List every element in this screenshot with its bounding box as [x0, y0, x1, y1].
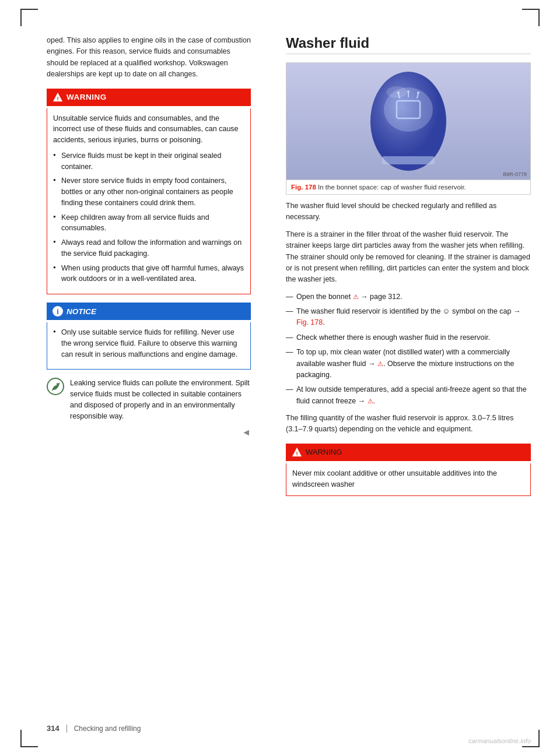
- figure-caption: Fig. 178 In the bonnet space: cap of was…: [286, 180, 530, 194]
- warning-content-1: Unsuitable service fluids and consumable…: [47, 108, 251, 295]
- watermark: carmanualsonline.info: [468, 737, 531, 744]
- warning-label-1: WARNING: [66, 93, 107, 101]
- notice-label: NOTICE: [66, 307, 96, 316]
- page-footer: 314 Checking and refilling: [47, 724, 141, 733]
- warning-body-2: Never mix coolant additive or other unsu…: [292, 468, 524, 490]
- notice-icon: i: [52, 306, 63, 317]
- warning-sym-0: ⚠: [353, 292, 359, 302]
- footer-separator: [66, 725, 67, 733]
- body-para1: The washer fluid level should be checked…: [286, 201, 531, 223]
- warning-triangle-icon: !: [52, 92, 63, 103]
- notice-item-0: Only use suitable service fluids for ref…: [53, 327, 244, 360]
- intro-text: oped. This also applies to engine oils i…: [47, 35, 251, 80]
- left-column: oped. This also applies to engine oils i…: [47, 35, 262, 496]
- svg-point-12: [386, 86, 407, 98]
- svg-text:!: !: [57, 95, 58, 101]
- warning-label-2: WARNING: [306, 448, 342, 456]
- svg-point-9: [407, 90, 410, 93]
- reservoir-cap-svg: [365, 66, 452, 177]
- warning-item-1-3: Always read and follow the information a…: [53, 237, 244, 259]
- warning-sym-4: ⚠: [368, 396, 373, 406]
- figure-caption-body: In the bonnet space: cap of washer fluid…: [318, 184, 466, 191]
- body-para2: There is a strainer in the filler throat…: [286, 229, 531, 286]
- eco-note: Leaking service fluids can pollute the e…: [47, 378, 251, 421]
- dash-item-3: To top up, mix clean water (not distille…: [286, 347, 531, 381]
- section-title: Washer fluid: [286, 35, 531, 54]
- dash-list: Open the bonnet ⚠ → page 312. The washer…: [286, 291, 531, 407]
- fig-link-1: Fig. 178: [296, 318, 323, 326]
- warning-content-2: Never mix coolant additive or other unsu…: [286, 463, 531, 497]
- figure-label-code: B6R-0778: [503, 171, 527, 177]
- eco-icon: [47, 378, 64, 395]
- dash-item-0: Open the bonnet ⚠ → page 312.: [286, 291, 531, 303]
- eco-note-text: Leaking service fluids can pollute the e…: [70, 378, 251, 421]
- svg-rect-11: [382, 156, 435, 164]
- svg-point-10: [417, 92, 419, 94]
- leaf-icon: [50, 381, 61, 392]
- warning-item-1-0: Service fluids must be kept in their ori…: [53, 150, 244, 173]
- right-column: Washer fluid: [280, 35, 531, 496]
- page-number: 314: [47, 724, 60, 733]
- figure-box: B6R-0778 Fig. 178 In the bonnet space: c…: [286, 62, 531, 195]
- warning-sym-3: ⚠: [377, 359, 383, 369]
- figure-caption-text: Fig. 178 In the bonnet space: cap of was…: [291, 184, 466, 191]
- dash-item-2: Check whether there is enough washer flu…: [286, 332, 531, 343]
- warning-list-1: Service fluids must be kept in their ori…: [53, 150, 244, 284]
- body-para3: The filling quantity of the washer fluid…: [286, 413, 531, 435]
- notice-box: i NOTICE: [47, 303, 251, 320]
- corner-mark-bl: [20, 730, 38, 747]
- warning-body-1: Unsuitable service fluids and consumable…: [53, 113, 244, 146]
- warning-triangle-icon-2: !: [292, 447, 302, 458]
- figure-image: B6R-0778: [286, 63, 530, 180]
- page-arrow: ◄: [47, 427, 251, 438]
- warning-box-2: ! WARNING: [286, 444, 531, 461]
- notice-list: Only use suitable service fluids for ref…: [53, 327, 244, 360]
- dash-item-1: The washer fluid reservoir is identified…: [286, 306, 531, 329]
- warning-item-1-4: When using products that give off harmfu…: [53, 263, 244, 285]
- footer-text: Checking and refilling: [74, 725, 141, 733]
- warning-item-1-2: Keep children away from all service flui…: [53, 212, 244, 234]
- warning-box-1: ! WARNING: [47, 89, 251, 106]
- notice-content: Only use suitable service fluids for ref…: [47, 322, 251, 370]
- svg-text:!: !: [296, 450, 298, 456]
- fig-ref: Fig. 178: [291, 184, 316, 191]
- warning-item-1-1: Never store service fluids in empty food…: [53, 175, 244, 208]
- dash-item-4: At low outside temperatures, add a speci…: [286, 384, 531, 407]
